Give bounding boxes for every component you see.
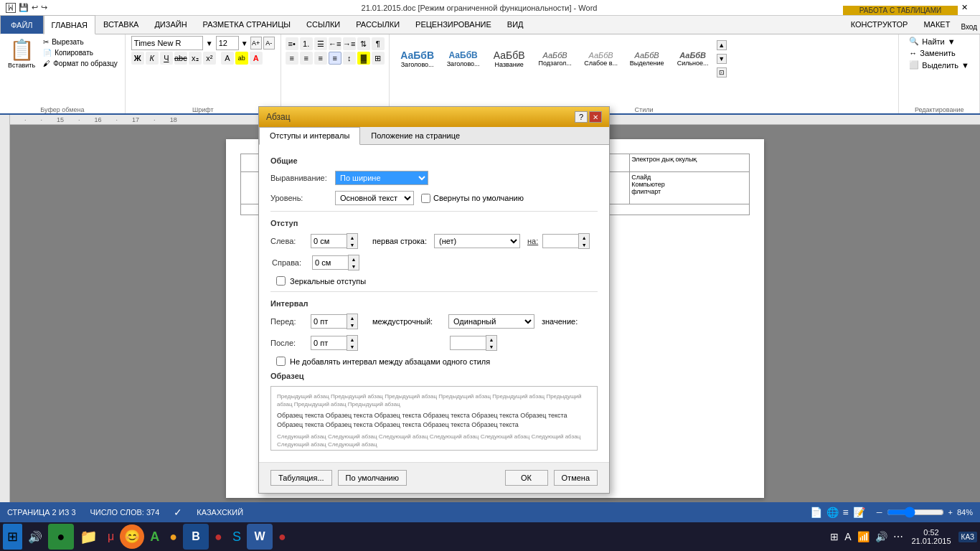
- show-marks-button[interactable]: ¶: [372, 37, 385, 50]
- italic-button[interactable]: К: [146, 52, 159, 65]
- sort-button[interactable]: ⇅: [357, 37, 370, 50]
- level-select[interactable]: Основной текст: [335, 191, 414, 205]
- tab-layout[interactable]: РАЗМЕТКА СТРАНИЦЫ: [195, 15, 298, 34]
- no-add-checkbox[interactable]: [276, 357, 286, 366]
- align-left-button[interactable]: ≡: [286, 52, 298, 65]
- zoom-minus[interactable]: ─: [877, 508, 882, 517]
- default-button[interactable]: По умолчанию: [338, 470, 407, 486]
- value-up[interactable]: ▲: [486, 336, 496, 343]
- subscript-button[interactable]: x₂: [189, 52, 202, 65]
- styles-scroll-down[interactable]: ▼: [717, 54, 727, 64]
- taskbar-ok[interactable]: ●: [165, 524, 182, 550]
- tab-layout2[interactable]: МАКЕТ: [915, 15, 958, 34]
- mirror-checkbox[interactable]: [276, 276, 286, 286]
- align-justify-button[interactable]: ≡: [329, 52, 341, 65]
- tab-design[interactable]: ДИЗАЙН: [146, 15, 194, 34]
- left-indent-up[interactable]: ▲: [347, 234, 357, 241]
- view-outline-icon[interactable]: ≡: [843, 507, 849, 518]
- value-down[interactable]: ▼: [486, 343, 496, 350]
- font-size-input[interactable]: [216, 36, 239, 50]
- taskbar-volume[interactable]: 🔊: [24, 524, 47, 550]
- taskbar-b[interactable]: B: [183, 524, 209, 550]
- styles-more[interactable]: ⊡: [717, 67, 727, 77]
- taskbar-opera2[interactable]: ●: [274, 524, 291, 550]
- decrease-indent-button[interactable]: ←≡: [329, 37, 341, 50]
- paste-button[interactable]: 📋 Вставить: [4, 34, 39, 72]
- taskbar-app3[interactable]: A: [146, 524, 164, 550]
- tab-home[interactable]: ГЛАВНАЯ: [44, 15, 95, 34]
- style-subtle[interactable]: АаБбВ Слабое в...: [579, 37, 623, 80]
- align-right-button[interactable]: ≡: [314, 52, 327, 65]
- view-normal-icon[interactable]: 📄: [810, 507, 822, 518]
- style-subtitle[interactable]: АаБбВ Подзагол...: [533, 37, 578, 80]
- dialog-tab-position[interactable]: Положение на странице: [360, 127, 471, 144]
- highlight-button[interactable]: ab: [235, 52, 248, 65]
- alignment-select[interactable]: По ширине По левому краю По правому краю…: [335, 171, 428, 185]
- before-down[interactable]: ▼: [347, 321, 357, 329]
- format-painter-button[interactable]: 🖌 Формат по образцу: [40, 59, 121, 68]
- after-up[interactable]: ▲: [347, 336, 357, 343]
- bold-button[interactable]: Ж: [131, 52, 144, 65]
- tab-view[interactable]: ВИД: [499, 15, 532, 34]
- style-heading2[interactable]: АаБбВ Заголово...: [441, 37, 486, 80]
- zoom-slider[interactable]: [887, 508, 944, 517]
- sys-more[interactable]: ⋯: [892, 529, 905, 544]
- style-emphasis[interactable]: АаБбВ Выделение: [625, 37, 669, 80]
- copy-button[interactable]: 📄 Копировать: [40, 48, 121, 57]
- superscript-button[interactable]: x²: [203, 52, 216, 65]
- taskbar-word[interactable]: W: [247, 524, 273, 550]
- ok-button[interactable]: ОК: [505, 470, 548, 486]
- linespacing-button[interactable]: ↕: [343, 52, 356, 65]
- taskbar-app2[interactable]: 😊: [120, 524, 144, 549]
- styles-scroll-up[interactable]: ▲: [717, 40, 727, 50]
- select-button[interactable]: ⬜ Выделить ▼: [906, 60, 972, 70]
- first-line-down[interactable]: ▼: [579, 241, 589, 248]
- taskbar-utorrent[interactable]: μ: [103, 524, 118, 550]
- left-indent-down[interactable]: ▼: [347, 241, 357, 248]
- replace-button[interactable]: ↔ Заменить: [906, 48, 972, 58]
- taskbar-app1[interactable]: ●: [48, 524, 74, 550]
- first-line-up[interactable]: ▲: [579, 234, 589, 241]
- value-input[interactable]: [450, 336, 486, 350]
- cancel-button[interactable]: Отмена: [554, 470, 598, 486]
- dialog-close-button[interactable]: ✕: [589, 111, 602, 123]
- tab-links[interactable]: ССЫЛКИ: [298, 15, 348, 34]
- left-indent-input[interactable]: [311, 234, 347, 248]
- view-draft-icon[interactable]: 📝: [853, 507, 865, 518]
- right-indent-up[interactable]: ▲: [349, 255, 359, 263]
- style-strong[interactable]: АаБбВ Сильное...: [671, 37, 715, 80]
- font-color-button[interactable]: A: [250, 52, 263, 65]
- right-indent-down[interactable]: ▼: [349, 263, 359, 270]
- start-button[interactable]: ⊞: [3, 524, 22, 550]
- borders-button[interactable]: ⊞: [372, 52, 385, 65]
- tab-file[interactable]: ФАЙЛ: [0, 15, 44, 34]
- align-center-button[interactable]: ≡: [300, 52, 313, 65]
- font-name-input[interactable]: [131, 36, 203, 50]
- font-size-increase[interactable]: A+: [250, 37, 262, 50]
- before-input[interactable]: [311, 314, 347, 329]
- first-line-input[interactable]: [542, 234, 578, 248]
- dialog-help-button[interactable]: ?: [575, 111, 588, 123]
- find-button[interactable]: 🔍 Найти ▼: [906, 36, 972, 47]
- tab-insert[interactable]: ВСТАВКА: [95, 15, 146, 34]
- text-effect-button[interactable]: A: [221, 52, 234, 65]
- system-clock[interactable]: 0:52 21.01.2015: [908, 527, 956, 547]
- linespacing-select[interactable]: Одинарный Полуторный Двойной: [448, 314, 534, 329]
- taskbar-files[interactable]: 📁: [75, 524, 102, 550]
- numbering-button[interactable]: 1.: [300, 37, 313, 50]
- after-input[interactable]: [311, 336, 347, 350]
- multilevel-button[interactable]: ☰: [314, 37, 327, 50]
- font-size-decrease[interactable]: A-: [263, 37, 275, 50]
- view-web-icon[interactable]: 🌐: [826, 507, 839, 518]
- tabulation-button[interactable]: Табуляция...: [270, 470, 332, 486]
- shading-button[interactable]: ▓: [357, 52, 370, 65]
- taskbar-opera[interactable]: ●: [210, 524, 227, 550]
- keyboard-lang[interactable]: КАЗ: [958, 532, 977, 542]
- tab-review[interactable]: РЕЦЕНЗИРОВАНИЕ: [407, 15, 499, 34]
- tab-mailings[interactable]: РАССЫЛКИ: [348, 15, 407, 34]
- taskbar-skype[interactable]: S: [228, 524, 245, 550]
- style-title[interactable]: АаБбВ Название: [487, 37, 532, 80]
- collapsed-checkbox[interactable]: [421, 194, 430, 203]
- increase-indent-button[interactable]: →≡: [343, 37, 356, 50]
- dialog-tab-indent[interactable]: Отступы и интервалы: [259, 127, 360, 145]
